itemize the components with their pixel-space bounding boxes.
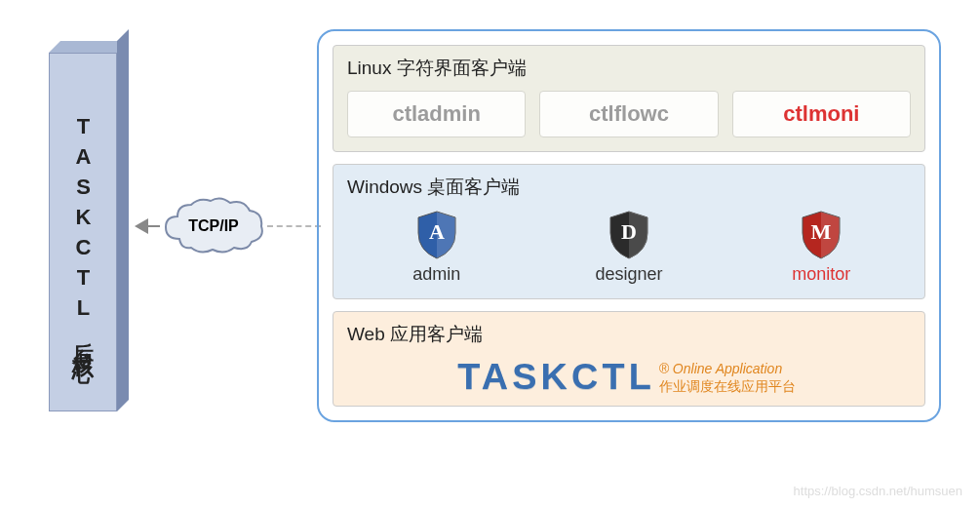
windows-app-admin: Aadmin: [347, 210, 526, 285]
server-block: TASKCTL后台核心: [49, 41, 117, 411]
windows-app-monitor: Mmonitor: [732, 210, 911, 285]
svg-text:A: A: [429, 219, 445, 244]
taskctl-logo: TASKCTL: [458, 357, 656, 398]
section-windows: Windows 桌面客户端 AadminDdesignerMmonitor: [333, 164, 925, 299]
shield-icon: D: [607, 210, 651, 260]
linux-client-ctlflowc: ctlflowc: [539, 91, 718, 137]
section-title-linux: Linux 字符界面客户端: [347, 56, 911, 81]
section-title-windows: Windows 桌面客户端: [347, 175, 911, 200]
app-label: designer: [595, 264, 662, 285]
svg-text:M: M: [811, 219, 832, 244]
client-panel: Linux 字符界面客户端 ctladminctlflowcctlmoni Wi…: [317, 29, 941, 422]
protocol-label: TCP/IP: [188, 217, 239, 235]
linux-client-ctlmoni: ctlmoni: [732, 91, 911, 137]
section-title-web: Web 应用客户端: [347, 322, 911, 347]
app-label: monitor: [792, 264, 850, 285]
connector: TCP/IP: [135, 195, 321, 257]
watermark: https://blog.csdn.net/humsuen: [794, 484, 962, 498]
windows-app-designer: Ddesigner: [539, 210, 718, 285]
section-linux: Linux 字符界面客户端 ctladminctlflowcctlmoni: [333, 45, 925, 152]
server-label: TASKCTL后台核心: [68, 114, 98, 349]
shield-icon: M: [799, 210, 843, 260]
linux-client-ctladmin: ctladmin: [347, 91, 526, 137]
arrow-icon: [135, 218, 148, 234]
section-web: Web 应用客户端 TASKCTL ® Online Application 作…: [333, 311, 925, 407]
app-label: admin: [412, 264, 460, 285]
cloud-icon: TCP/IP: [160, 195, 267, 257]
web-subtitle: ® Online Application 作业调度在线应用平台: [659, 360, 796, 395]
shield-icon: A: [414, 210, 459, 260]
svg-text:D: D: [621, 219, 637, 244]
